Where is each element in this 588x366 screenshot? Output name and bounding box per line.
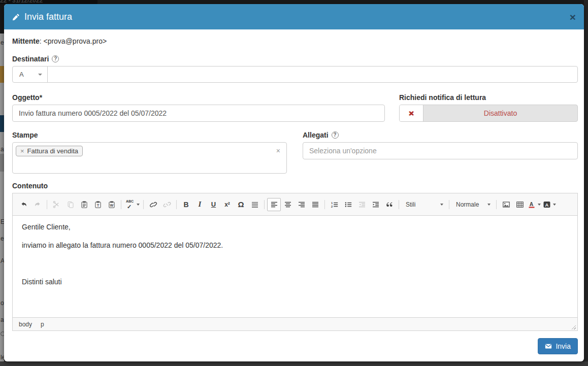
editor-paragraph: Distinti saluti bbox=[22, 277, 568, 287]
recipients-group: Destinatari A bbox=[12, 54, 578, 83]
backdrop-help-icon-fragment bbox=[1, 331, 4, 336]
screen: 22 - 31/12/2022 eaEseAoale Invia fattura… bbox=[0, 0, 588, 366]
link-icon[interactable] bbox=[146, 198, 160, 211]
bold-icon[interactable] bbox=[179, 198, 193, 211]
subject-row: Oggetto* Richiedi notifica di lettura × … bbox=[12, 93, 578, 122]
horizontal-line-icon[interactable] bbox=[248, 198, 262, 211]
bg-color-icon[interactable]: A bbox=[542, 198, 557, 211]
paste-word-icon[interactable]: W bbox=[105, 198, 118, 211]
align-center-icon[interactable] bbox=[281, 198, 295, 211]
svg-text:A: A bbox=[530, 201, 534, 207]
svg-text:W: W bbox=[110, 204, 113, 207]
paste-icon[interactable] bbox=[77, 198, 91, 211]
path-item-p[interactable]: p bbox=[41, 321, 44, 328]
editor-content[interactable]: Gentile Cliente,inviamo in allegato la f… bbox=[13, 216, 577, 317]
pencil-icon bbox=[12, 13, 20, 21]
chevron-down-icon bbox=[440, 204, 443, 206]
help-icon[interactable] bbox=[52, 55, 59, 62]
paste-text-icon[interactable]: T bbox=[91, 198, 105, 211]
svg-text:A: A bbox=[545, 202, 549, 207]
superscript-icon[interactable] bbox=[220, 198, 234, 211]
editor-toolbar: TW12StiliNormaleAA bbox=[13, 193, 577, 216]
toolbar-separator bbox=[449, 200, 449, 209]
format-combo-label: Normale bbox=[456, 201, 479, 208]
backdrop-text-fragment: e bbox=[1, 235, 4, 242]
attachments-label-row: Allegati bbox=[303, 130, 578, 140]
styles-combo-label: Stili bbox=[406, 201, 415, 208]
subject-group: Oggetto* bbox=[12, 93, 385, 122]
backdrop-block bbox=[0, 115, 4, 132]
toggle-off-cell: × bbox=[400, 105, 423, 121]
backdrop-right-strip bbox=[584, 0, 588, 361]
recipient-type-dropdown[interactable]: A bbox=[12, 66, 48, 83]
undo-icon[interactable] bbox=[17, 198, 30, 211]
justify-icon[interactable] bbox=[308, 198, 322, 211]
toolbar-separator bbox=[47, 200, 47, 209]
toggle-state-text: Disattivato bbox=[423, 105, 577, 121]
underline-icon[interactable] bbox=[207, 198, 220, 211]
send-invoice-modal: Invia fattura × Mittente: <prova@prova.p… bbox=[4, 4, 584, 361]
backdrop-block bbox=[0, 4, 4, 34]
backdrop-text-fragment: a bbox=[1, 146, 4, 153]
special-char-icon[interactable] bbox=[234, 198, 248, 211]
backdrop-top-strip: 22 - 31/12/2022 bbox=[0, 0, 588, 4]
attachments-select[interactable] bbox=[303, 142, 578, 159]
editor-paragraph bbox=[22, 259, 568, 269]
indent-icon[interactable] bbox=[369, 198, 382, 211]
backdrop-text-fragment: A bbox=[1, 257, 4, 264]
svg-text:T: T bbox=[96, 203, 99, 208]
print-tag-label: Fattura di vendita bbox=[27, 147, 78, 155]
copy-icon bbox=[63, 198, 77, 211]
italic-icon[interactable] bbox=[193, 198, 207, 211]
backdrop-bottom-strip bbox=[0, 361, 588, 366]
sender-label: Mittente bbox=[12, 37, 40, 45]
align-left-icon[interactable] bbox=[267, 198, 281, 211]
toolbar-separator bbox=[121, 200, 121, 209]
numbered-list-icon[interactable]: 12 bbox=[328, 198, 341, 211]
subject-input[interactable] bbox=[12, 105, 385, 122]
prints-label: Stampe bbox=[12, 130, 38, 140]
editor-paragraph: Gentile Cliente, bbox=[22, 222, 568, 232]
prints-multiselect[interactable]: × Fattura di vendita × bbox=[12, 142, 287, 174]
envelope-icon bbox=[545, 343, 552, 350]
image-icon[interactable] bbox=[499, 198, 513, 211]
path-item-body[interactable]: body bbox=[19, 321, 32, 328]
recipients-label: Destinatari bbox=[12, 54, 49, 63]
content-label: Contenuto bbox=[12, 181, 48, 190]
send-button[interactable]: Invia bbox=[538, 338, 578, 354]
modal-title-text: Invia fattura bbox=[24, 12, 72, 22]
blockquote-icon[interactable] bbox=[382, 198, 396, 211]
chevron-down-icon bbox=[538, 204, 541, 206]
format-combo[interactable]: Normale bbox=[452, 198, 494, 211]
styles-combo[interactable]: Stili bbox=[402, 198, 446, 211]
print-tag: × Fattura di vendita bbox=[16, 146, 83, 156]
backdrop-text-fragment: a bbox=[1, 316, 4, 323]
tag-remove-icon[interactable]: × bbox=[20, 148, 24, 154]
outdent-icon bbox=[355, 198, 369, 211]
toolbar-separator bbox=[176, 200, 177, 209]
text-color-icon[interactable]: A bbox=[527, 198, 542, 211]
toolbar-separator bbox=[264, 200, 265, 209]
help-icon[interactable] bbox=[332, 131, 339, 139]
bulleted-list-icon[interactable] bbox=[341, 198, 355, 211]
align-right-icon[interactable] bbox=[295, 198, 308, 211]
read-receipt-toggle[interactable]: × Disattivato bbox=[399, 105, 578, 122]
spellcheck-icon[interactable] bbox=[124, 198, 141, 211]
backdrop-left-strip: eaEseAoale bbox=[0, 4, 4, 361]
backdrop-block bbox=[0, 154, 4, 172]
attachments-label: Allegati bbox=[303, 130, 329, 140]
close-icon[interactable]: × bbox=[570, 12, 576, 22]
recipients-input[interactable] bbox=[47, 66, 578, 83]
redo-icon bbox=[30, 198, 44, 211]
sender-line: Mittente: <prova@prova.pro> bbox=[12, 37, 578, 46]
resize-grip[interactable] bbox=[570, 324, 576, 329]
svg-text:2: 2 bbox=[331, 205, 333, 208]
x-mark-icon: × bbox=[409, 109, 414, 118]
recipients-input-group: A bbox=[12, 66, 578, 83]
chevron-down-icon bbox=[553, 204, 556, 206]
table-icon[interactable] bbox=[513, 198, 527, 211]
cut-icon bbox=[50, 198, 63, 211]
clear-selection-icon[interactable]: × bbox=[276, 147, 280, 154]
modal-body: Mittente: <prova@prova.pro> Destinatari … bbox=[4, 29, 584, 360]
backdrop-text-fragment: o bbox=[1, 300, 4, 307]
